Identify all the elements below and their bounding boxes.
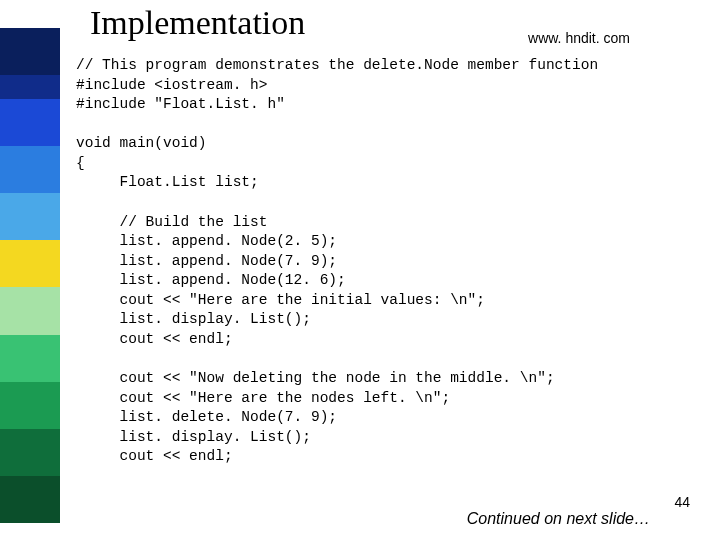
sidebar-color-block	[0, 193, 60, 217]
code-block: // This program demonstrates the delete.…	[76, 56, 598, 467]
decorative-sidebar	[0, 28, 60, 523]
slide-title: Implementation	[90, 4, 305, 42]
sidebar-color-block	[0, 358, 60, 382]
sidebar-color-block	[0, 146, 60, 170]
sidebar-color-block	[0, 28, 60, 52]
sidebar-color-block	[0, 52, 60, 76]
sidebar-color-block	[0, 382, 60, 406]
sidebar-color-block	[0, 311, 60, 335]
sidebar-color-block	[0, 335, 60, 359]
sidebar-color-block	[0, 429, 60, 453]
sidebar-color-block	[0, 240, 60, 264]
source-url: www. hndit. com	[528, 30, 630, 46]
sidebar-color-block	[0, 122, 60, 146]
sidebar-color-block	[0, 476, 60, 500]
sidebar-color-block	[0, 500, 60, 524]
sidebar-color-block	[0, 264, 60, 288]
sidebar-color-block	[0, 405, 60, 429]
sidebar-color-block	[0, 99, 60, 123]
sidebar-color-block	[0, 452, 60, 476]
page-number: 44	[674, 494, 690, 510]
continued-note: Continued on next slide…	[467, 510, 650, 528]
sidebar-color-block	[0, 169, 60, 193]
sidebar-color-block	[0, 217, 60, 241]
sidebar-color-block	[0, 75, 60, 99]
sidebar-color-block	[0, 287, 60, 311]
